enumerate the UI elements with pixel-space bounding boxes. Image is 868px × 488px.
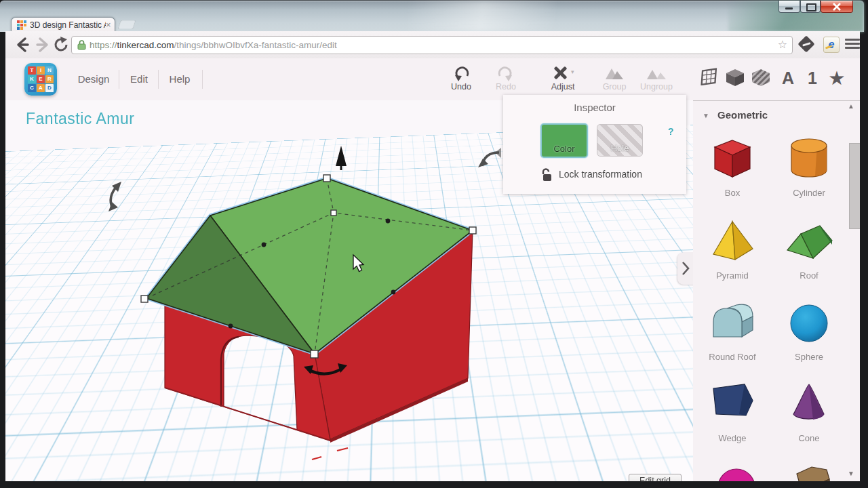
chrome-menu-button[interactable] — [845, 38, 860, 50]
cylinder-shape-icon — [783, 135, 835, 184]
hex-prism-shape-icon — [783, 462, 835, 481]
edit-grid-button[interactable]: Edit grid — [629, 474, 682, 481]
color-swatch-label: Color — [542, 144, 587, 154]
workplane-category-icon[interactable] — [699, 68, 721, 88]
tab-close-button[interactable]: × — [106, 20, 111, 30]
inspector-title: Inspector — [503, 102, 686, 113]
rotate-handle-left[interactable] — [108, 182, 121, 211]
menu-design[interactable]: Design — [73, 72, 114, 87]
back-button[interactable] — [14, 36, 31, 54]
maximize-button[interactable] — [800, 1, 821, 13]
hole-shapes-category-icon[interactable] — [750, 68, 772, 88]
section-title: Geometric — [717, 109, 768, 121]
menu-separator — [202, 70, 203, 89]
group-icon — [595, 65, 634, 81]
scale-dot-handle[interactable] — [386, 219, 391, 224]
close-button[interactable] — [821, 1, 853, 13]
new-tab-button[interactable] — [118, 20, 136, 29]
corner-handle[interactable] — [311, 350, 318, 358]
url-scheme: https:// — [90, 40, 117, 50]
adjust-icon: ▾ — [543, 65, 583, 81]
glass-highlight — [407, 1, 556, 32]
menu-edit[interactable]: Edit — [122, 72, 156, 87]
minimize-button[interactable] — [778, 1, 800, 13]
scale-dot-handle[interactable] — [262, 243, 267, 247]
browser-tab[interactable]: 3D design Fantastic A × — [11, 17, 115, 33]
scale-dot-handle[interactable] — [391, 290, 396, 295]
snap-mark — [337, 448, 348, 451]
scroll-up-icon[interactable]: ▲ — [848, 102, 854, 110]
menu-help[interactable]: Help — [161, 72, 198, 87]
window-titlebar[interactable]: 3D design Fantastic A × — [0, 0, 864, 32]
lock-transformation-label: Lock transformation — [559, 169, 642, 180]
ungroup-button[interactable]: Ungroup — [637, 65, 676, 95]
extension-glyph — [802, 42, 810, 46]
shape-box[interactable]: Box — [700, 135, 765, 198]
chevron-right-icon — [682, 262, 690, 275]
shape-partial-magenta[interactable] — [700, 462, 765, 481]
bookmark-star-icon[interactable]: ☆ — [778, 38, 787, 51]
menu-separator — [158, 70, 159, 89]
pyramid-shape-icon — [707, 218, 758, 266]
letters-category-icon[interactable]: A — [777, 68, 799, 88]
shape-pyramid[interactable]: Pyramid — [700, 218, 765, 281]
svg-text:▾: ▾ — [571, 68, 574, 75]
wedge-shape-icon — [707, 380, 758, 429]
adjust-button[interactable]: ▾ Adjust — [543, 65, 583, 95]
ie-extension-icon[interactable]: e — [823, 37, 840, 53]
url-path: /things/bbhwOIbvfXa-fantastic-amur/edit — [174, 40, 337, 50]
group-button[interactable]: Group — [595, 65, 634, 95]
move-up-arrow-handle[interactable] — [336, 146, 347, 166]
browser-toolbar: https://tinkercad.com/things/bbhwOIbvfXa… — [5, 31, 860, 59]
solid-shapes-category-icon[interactable] — [724, 68, 746, 88]
url-domain: tinkercad.com — [117, 40, 174, 50]
shape-round-roof[interactable]: Round Roof — [700, 299, 765, 362]
color-swatch-button[interactable]: Color — [540, 123, 588, 158]
snap-mark — [312, 457, 321, 460]
undo-icon — [441, 65, 481, 81]
shape-sphere[interactable]: Sphere — [776, 299, 842, 362]
menu-separator — [119, 70, 119, 89]
url-text: https://tinkercad.com/things/bbhwOIbvfXa… — [90, 40, 337, 50]
tinkercad-favicon-icon — [17, 20, 26, 30]
favorites-category-icon[interactable]: ★ — [826, 68, 848, 88]
numbers-category-icon[interactable]: 1 — [802, 68, 823, 88]
reload-button[interactable] — [53, 36, 71, 54]
roof-shape-icon — [783, 218, 835, 266]
cone-shape-icon — [783, 380, 835, 429]
shape-cylinder[interactable]: Cylinder — [776, 135, 842, 198]
shape-wedge[interactable]: Wedge — [700, 380, 765, 443]
shapes-sidebar: ▲ ▼ ▼ Geometric Box Cylinder — [693, 100, 860, 481]
ungroup-icon — [637, 65, 676, 81]
section-collapse-caret-icon: ▼ — [703, 112, 709, 119]
scroll-down-icon[interactable]: ▼ — [848, 470, 854, 477]
corner-handle[interactable] — [323, 175, 330, 182]
https-lock-icon — [77, 40, 86, 50]
forward-button[interactable] — [34, 36, 52, 54]
app-header: T I N K E R C A D Design Edit Help Und — [5, 58, 860, 100]
box-shape-icon — [707, 135, 758, 184]
shape-roof[interactable]: Roof — [776, 218, 842, 281]
rotate-handle-top-right[interactable] — [478, 148, 501, 167]
screen: 3D design Fantastic A × — [0, 0, 868, 488]
inspector-help[interactable]: ? — [668, 126, 674, 137]
lock-transformation-row[interactable]: Lock transformation — [541, 168, 553, 182]
undo-button[interactable]: Undo — [441, 65, 481, 95]
extension-icon[interactable] — [797, 35, 814, 52]
unlocked-padlock-icon — [541, 168, 553, 182]
redo-button[interactable]: Redo — [486, 65, 526, 95]
tinkercad-logo[interactable]: T I N K E R C A D — [24, 63, 57, 96]
sphere-shape-icon — [783, 299, 835, 348]
tab-title: 3D design Fantastic A — [30, 20, 106, 30]
sidebar-scrollbar[interactable] — [849, 143, 860, 229]
scale-dot-handle[interactable] — [229, 324, 233, 329]
corner-handle[interactable] — [141, 296, 148, 302]
shape-cone[interactable]: Cone — [776, 380, 842, 443]
close-icon — [832, 3, 842, 11]
shape-partial-brown[interactable] — [776, 462, 842, 481]
address-bar[interactable]: https://tinkercad.com/things/bbhwOIbvfXa… — [71, 36, 793, 54]
hole-swatch-button[interactable]: Hole — [597, 124, 643, 157]
corner-handle[interactable] — [469, 227, 476, 234]
center-handle[interactable] — [331, 210, 336, 216]
paraboloid-shape-icon — [707, 462, 758, 481]
